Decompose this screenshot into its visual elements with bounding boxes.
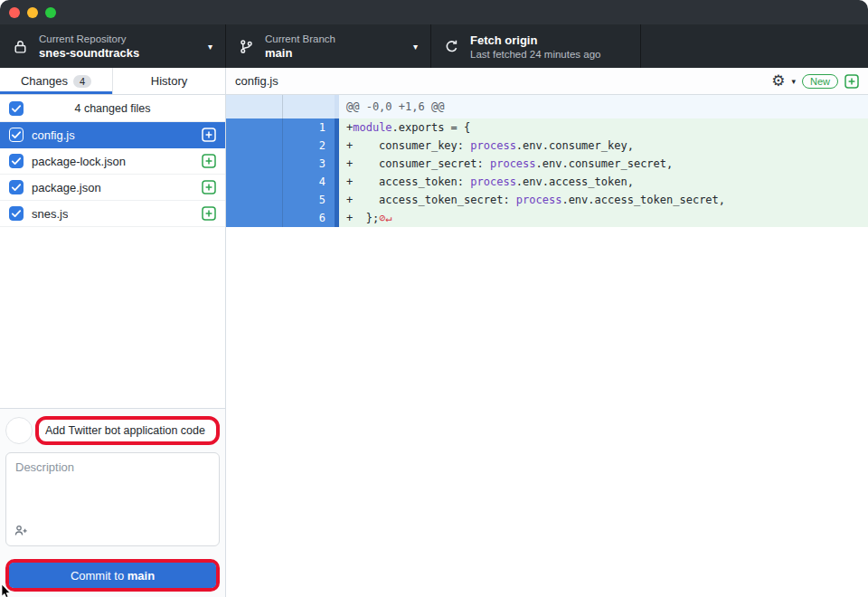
plus-square-icon[interactable] <box>202 128 216 142</box>
commit-summary-input[interactable] <box>39 420 216 441</box>
diff-code-line: + access_token: process.env.access_token… <box>339 173 868 191</box>
diff-lines: 1 +module.exports = { 2 + consumer_key: … <box>226 118 868 227</box>
file-name: snes.js <box>32 207 68 221</box>
commit-button-branch: main <box>127 569 155 583</box>
annotation-highlight-commit-button: Commit to main <box>5 559 220 592</box>
diff-line-number[interactable]: 6 <box>282 209 335 227</box>
zoom-window-button[interactable] <box>45 7 56 18</box>
plus-square-icon[interactable] <box>202 206 216 221</box>
plus-square-icon[interactable] <box>202 180 216 194</box>
diff-view: @@ -0,0 +1,6 @@ 1 +module.exports = { 2 … <box>226 95 868 597</box>
fetch-origin-button[interactable]: Fetch origin Last fetched 24 minutes ago <box>431 24 641 68</box>
file-row[interactable]: snes.js <box>0 201 225 227</box>
mouse-cursor <box>1 584 12 597</box>
diff-gutter-old[interactable] <box>226 118 282 137</box>
diff-gutter-old[interactable] <box>226 209 282 227</box>
diff-code-line: + consumer_secret: process.env.consumer_… <box>339 155 868 173</box>
fetch-subtitle: Last fetched 24 minutes ago <box>470 49 601 60</box>
sidebar: Changes 4 History 4 changed files config… <box>0 68 226 597</box>
file-checkbox[interactable] <box>9 154 24 168</box>
select-all-checkbox[interactable] <box>9 101 24 116</box>
diff-line: 2 + consumer_key: process.env.consumer_k… <box>226 137 868 155</box>
github-desktop-window: Current Repository snes-soundtracks ▾ Cu… <box>0 0 868 597</box>
diff-line-number[interactable]: 5 <box>282 191 335 209</box>
toolbar: Current Repository snes-soundtracks ▾ Cu… <box>0 24 868 68</box>
repository-name: snes-soundtracks <box>39 46 139 60</box>
chevron-down-icon[interactable]: ▾ <box>791 77 796 86</box>
file-row[interactable]: package-lock.json <box>0 148 225 175</box>
changes-count-badge: 4 <box>73 75 91 88</box>
diff-line: 1 +module.exports = { <box>226 118 868 137</box>
diff-gutter-old[interactable] <box>226 173 282 191</box>
new-badge: New <box>802 74 838 89</box>
titlebar <box>0 0 868 24</box>
diff-line-number[interactable]: 2 <box>282 137 335 155</box>
avatar <box>5 417 33 444</box>
tab-history-label: History <box>151 74 187 88</box>
diff-code-line: + };⊘↵ <box>339 209 868 227</box>
open-file-tab: config.js <box>235 74 278 88</box>
main-panel: config.js ⚙ ▾ New @@ -0,0 +1,6 @@ 1 <box>226 68 868 597</box>
add-coauthor-icon[interactable] <box>14 524 28 542</box>
expand-plus-icon[interactable] <box>844 74 859 89</box>
file-name: package-lock.json <box>32 155 126 168</box>
close-window-button[interactable] <box>9 7 20 18</box>
fetch-title: Fetch origin <box>470 33 601 47</box>
tab-changes-label: Changes <box>21 74 68 88</box>
file-checkbox[interactable] <box>9 128 24 142</box>
diff-gutter-old[interactable] <box>226 137 282 155</box>
file-checkbox[interactable] <box>9 206 24 221</box>
sidebar-tabs: Changes 4 History <box>0 68 225 95</box>
diff-line-number[interactable]: 4 <box>282 173 335 191</box>
plus-square-icon[interactable] <box>202 154 216 168</box>
commit-button[interactable]: Commit to main <box>9 563 216 588</box>
diff-line-number[interactable]: 3 <box>282 155 335 173</box>
branch-name: main <box>265 46 335 60</box>
file-name: config.js <box>32 128 75 142</box>
hunk-header-row: @@ -0,0 +1,6 @@ <box>226 95 868 118</box>
file-list: config.js package-lock.json package.json… <box>0 122 225 227</box>
changed-files-count: 4 changed files <box>0 102 225 115</box>
diff-line: 5 + access_token_secret: process.env.acc… <box>226 191 868 209</box>
diff-gutter-old[interactable] <box>226 155 282 173</box>
annotation-highlight-summary <box>35 416 220 445</box>
chevron-down-icon: ▾ <box>208 42 212 52</box>
sync-icon <box>444 39 459 54</box>
hunk-header-text: @@ -0,0 +1,6 @@ <box>339 95 868 118</box>
tab-changes[interactable]: Changes 4 <box>0 68 112 94</box>
lock-icon <box>13 39 28 54</box>
diff-gutter-old[interactable] <box>226 191 282 209</box>
minimize-window-button[interactable] <box>27 7 38 18</box>
diff-code-line: +module.exports = { <box>339 118 868 137</box>
file-row[interactable]: config.js <box>0 122 225 148</box>
repository-label: Current Repository <box>39 33 139 44</box>
commit-form: Commit to main <box>0 408 225 597</box>
diff-code-line: + access_token_secret: process.env.acces… <box>339 191 868 209</box>
branch-label: Current Branch <box>265 33 335 44</box>
chevron-down-icon: ▾ <box>413 42 418 52</box>
diff-header: config.js ⚙ ▾ New <box>226 68 868 95</box>
file-row[interactable]: package.json <box>0 175 225 201</box>
file-list-empty-space <box>0 227 225 408</box>
current-branch-dropdown[interactable]: Current Branch main ▾ <box>226 24 431 68</box>
file-checkbox[interactable] <box>9 180 24 194</box>
gear-icon[interactable]: ⚙ <box>771 73 785 89</box>
diff-line: 3 + consumer_secret: process.env.consume… <box>226 155 868 173</box>
git-branch-icon <box>239 39 254 54</box>
diff-line: 4 + access_token: process.env.access_tok… <box>226 173 868 191</box>
file-name: package.json <box>32 181 101 194</box>
diff-line-number[interactable]: 1 <box>282 118 335 137</box>
tab-history[interactable]: History <box>112 68 225 94</box>
commit-description-textarea[interactable] <box>5 452 220 546</box>
toolbar-filler <box>641 24 868 68</box>
diff-code-line: + consumer_key: process.env.consumer_key… <box>339 137 868 155</box>
changed-files-header: 4 changed files <box>0 95 225 122</box>
diff-line: 6 + };⊘↵ <box>226 209 868 227</box>
current-repository-dropdown[interactable]: Current Repository snes-soundtracks ▾ <box>0 24 226 68</box>
